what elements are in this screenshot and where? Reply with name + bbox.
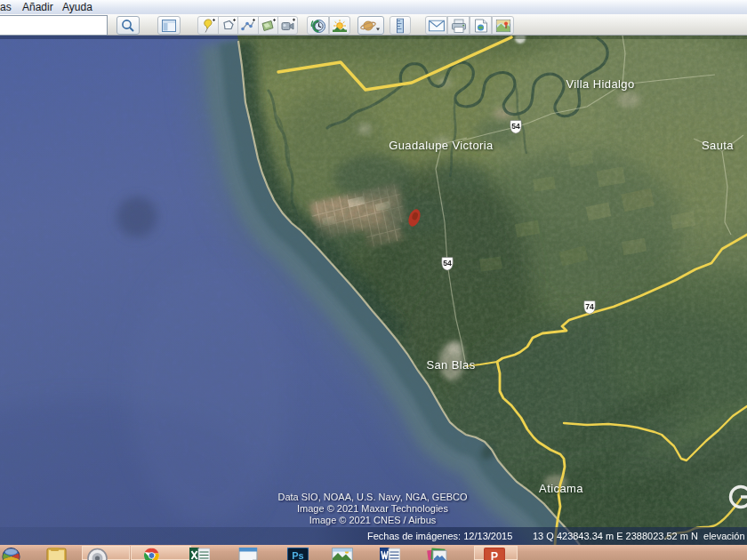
svg-text:Image © 2021 CNES / Airbus: Image © 2021 CNES / Airbus <box>309 515 437 525</box>
svg-text:San Blas: San Blas <box>426 358 475 372</box>
svg-text:54: 54 <box>443 259 452 268</box>
svg-text:Villa Hidalgo: Villa Hidalgo <box>566 77 634 91</box>
svg-text:Sauta: Sauta <box>702 139 734 152</box>
svg-text:Aticama: Aticama <box>539 482 583 495</box>
svg-text:54: 54 <box>511 122 520 131</box>
svg-text:13 Q 423843.34 m E 2388023.52: 13 Q 423843.34 m E 2388023.52 m N elevac… <box>533 531 745 541</box>
svg-text:Image © 2021 Maxar Technologie: Image © 2021 Maxar Technologies <box>297 503 448 514</box>
svg-text:P: P <box>491 550 498 560</box>
svg-text:Guadalupe Victoria: Guadalupe Victoria <box>389 139 494 152</box>
svg-text:Fechas de imágenes: 12/13/2015: Fechas de imágenes: 12/13/2015 <box>367 531 512 541</box>
svg-text:Ps: Ps <box>292 550 303 560</box>
svg-text:Data SIO, NOAA, U.S. Navy, NGA: Data SIO, NOAA, U.S. Navy, NGA, GEBCO <box>277 492 468 502</box>
svg-text:74: 74 <box>585 302 594 311</box>
